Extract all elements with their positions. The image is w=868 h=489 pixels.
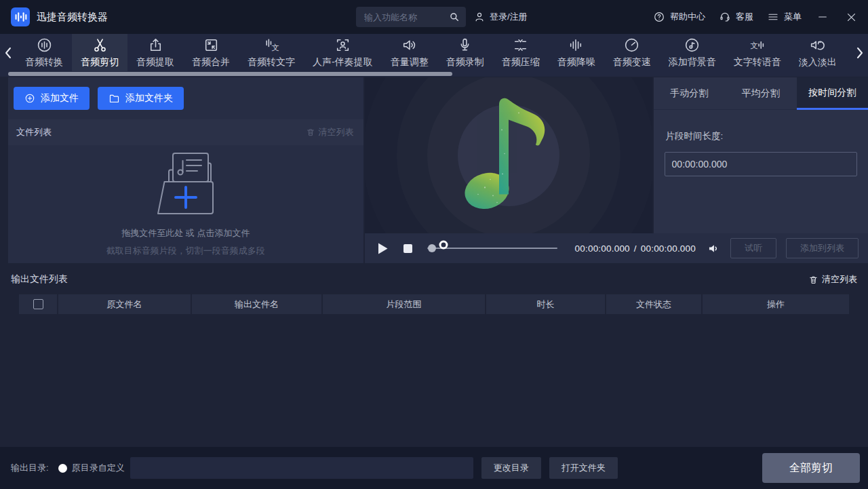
extract-icon xyxy=(147,37,164,54)
help-icon xyxy=(653,11,665,23)
stop-button[interactable] xyxy=(403,244,412,253)
toolbar-item-text-to-speech[interactable]: 文 文字转语音 xyxy=(725,34,790,71)
slider-thumb[interactable] xyxy=(428,244,436,252)
add-file-button[interactable]: 添加文件 xyxy=(14,87,90,110)
search-input[interactable] xyxy=(364,12,448,22)
toolbar-item-noise-reduction[interactable]: 音频降噪 xyxy=(549,34,604,71)
tab-time-split[interactable]: 按时间分割 xyxy=(797,77,868,110)
open-folder-button[interactable]: 打开文件夹 xyxy=(549,457,618,479)
merge-icon xyxy=(203,37,220,54)
split-tabs: 手动分割 平均分割 按时间分割 xyxy=(654,77,868,110)
file-drop-zone[interactable]: 拖拽文件至此处 或 点击添加文件 截取目标音频片段，切割一段音频成多段 xyxy=(8,145,363,263)
plus-circle-icon xyxy=(24,93,35,104)
login-label: 登录/注册 xyxy=(490,11,528,23)
toolbar-item-vocal-separation[interactable]: 人声-伴奏提取 xyxy=(304,34,382,71)
split-settings-panel: 手动分割 平均分割 按时间分割 片段时间长度: xyxy=(654,77,868,233)
main-content: 添加文件 添加文件夹 文件列表 清空列表 xyxy=(0,77,868,265)
toolbar-item-volume-adjust[interactable]: 音量调整 xyxy=(382,34,437,71)
toolbar-item-audio-record[interactable]: 音频录制 xyxy=(437,34,493,71)
titlebar-right-cluster: 帮助中心 客服 菜单 xyxy=(653,0,859,34)
trash-icon xyxy=(306,128,315,137)
column-segment-range: 片段范围 xyxy=(323,294,486,314)
menu-label: 菜单 xyxy=(784,11,802,23)
volume-button[interactable] xyxy=(707,241,721,256)
hamburger-icon xyxy=(767,11,779,23)
change-dir-button[interactable]: 更改目录 xyxy=(481,457,541,479)
column-output-filename: 输出文件名 xyxy=(192,294,323,314)
column-actions: 操作 xyxy=(703,294,849,314)
footer-bar: 输出目录: 原目录 自定义 更改目录 打开文件夹 全部剪切 xyxy=(0,447,868,489)
toolbar-item-add-background-music[interactable]: 添加背景音 xyxy=(660,34,725,71)
radio-original-dir-label[interactable]: 原目录 xyxy=(72,462,98,474)
clear-file-list-button[interactable]: 清空列表 xyxy=(306,126,354,138)
toolbar-scroll-right[interactable] xyxy=(853,43,867,62)
fade-icon xyxy=(809,37,826,54)
toolbar-item-audio-merge[interactable]: 音频合并 xyxy=(183,34,239,71)
output-table-header: 原文件名 输出文件名 片段范围 时长 文件状态 操作 xyxy=(19,294,849,314)
radio-custom-dir[interactable] xyxy=(439,240,448,249)
user-icon xyxy=(473,11,486,23)
speed-icon xyxy=(623,37,640,54)
title-bar: 迅捷音频转换器 登录/注册 帮助中心 xyxy=(0,0,868,34)
close-button[interactable] xyxy=(844,0,859,34)
radio-custom-dir-label[interactable]: 自定义 xyxy=(98,462,125,474)
toolbar-item-audio-speed[interactable]: 音频变速 xyxy=(604,34,660,71)
select-all-checkbox[interactable] xyxy=(33,299,43,309)
segment-duration-input[interactable] xyxy=(665,152,857,176)
noise-reduction-icon xyxy=(568,37,585,54)
player-bar: 00:00:00.000/00:00:00.000 试听 添加到列表 xyxy=(365,233,868,263)
minimize-button[interactable] xyxy=(815,0,830,34)
audio-to-text-icon: 文 xyxy=(263,37,280,54)
drop-hint-secondary: 截取目标音频片段，切割一段音频成多段 xyxy=(106,245,265,257)
customer-service[interactable]: 客服 xyxy=(719,11,753,23)
menu-button[interactable]: 菜单 xyxy=(767,11,802,23)
audio-preview-area xyxy=(365,77,652,233)
toolbar-item-audio-to-text[interactable]: 文 音频转文字 xyxy=(239,34,304,71)
output-dir-label: 输出目录: xyxy=(11,462,49,474)
total-time: 00:00:00.000 xyxy=(641,243,696,254)
help-center[interactable]: 帮助中心 xyxy=(653,11,705,23)
toolbar-item-audio-extract[interactable]: 音频提取 xyxy=(127,34,183,71)
preview-listen-button[interactable]: 试听 xyxy=(730,238,776,258)
toolbar-items: 音频转换 音频剪切 音频提取 音频合并 xyxy=(16,34,852,71)
toolbar-scroll-left[interactable] xyxy=(1,43,15,62)
play-button[interactable] xyxy=(377,242,389,255)
output-table-body xyxy=(0,314,868,447)
app-title: 迅捷音频转换器 xyxy=(37,11,108,24)
tab-average-split[interactable]: 平均分割 xyxy=(725,77,796,110)
toolbar-item-audio-cut[interactable]: 音频剪切 xyxy=(72,34,127,71)
toolbar-item-audio-compress[interactable]: 音频压缩 xyxy=(493,34,549,71)
add-folder-button[interactable]: 添加文件夹 xyxy=(98,87,184,110)
segment-duration-label: 片段时间长度: xyxy=(666,130,857,142)
feature-toolbar: 音频转换 音频剪切 音频提取 音频合并 xyxy=(0,34,868,77)
column-source-filename: 原文件名 xyxy=(58,294,192,314)
right-group: 手动分割 平均分割 按时间分割 片段时间长度: xyxy=(365,77,868,263)
toolbar-item-audio-convert[interactable]: 音频转换 xyxy=(16,34,72,71)
toolbar-scrollbar[interactable] xyxy=(8,72,452,76)
speaker-icon xyxy=(707,241,721,256)
compress-icon xyxy=(512,37,529,54)
search-box[interactable] xyxy=(356,7,466,27)
custom-dir-path-input[interactable] xyxy=(130,457,473,479)
help-label: 帮助中心 xyxy=(670,11,705,23)
app-logo-icon xyxy=(11,7,30,26)
add-to-list-button[interactable]: 添加到列表 xyxy=(786,238,859,258)
tab-manual-split[interactable]: 手动分割 xyxy=(654,77,725,110)
toolbar-item-fade-in-out[interactable]: 淡入淡出 xyxy=(790,34,846,71)
cut-all-button[interactable]: 全部剪切 xyxy=(762,453,860,483)
drop-hint-primary: 拖拽文件至此处 或 点击添加文件 xyxy=(121,227,250,239)
column-duration: 时长 xyxy=(486,294,606,314)
radio-original-dir[interactable] xyxy=(58,464,67,473)
text-to-speech-icon: 文 xyxy=(749,37,766,54)
app-window: 迅捷音频转换器 登录/注册 帮助中心 xyxy=(0,0,868,489)
search-icon[interactable] xyxy=(448,11,460,23)
clear-output-list-button[interactable]: 清空列表 xyxy=(808,273,857,286)
current-time: 00:00:00.000 xyxy=(575,243,630,254)
login-register[interactable]: 登录/注册 xyxy=(473,0,528,34)
output-section: 输出文件列表 清空列表 原文件名 输出文件名 片段范围 时长 文件状态 操作 xyxy=(0,265,868,447)
output-list-title: 输出文件列表 xyxy=(11,273,68,286)
output-title-row: 输出文件列表 清空列表 xyxy=(0,265,868,294)
file-list-title: 文件列表 xyxy=(16,126,52,138)
trash-icon xyxy=(808,275,818,285)
column-file-status: 文件状态 xyxy=(606,294,703,314)
